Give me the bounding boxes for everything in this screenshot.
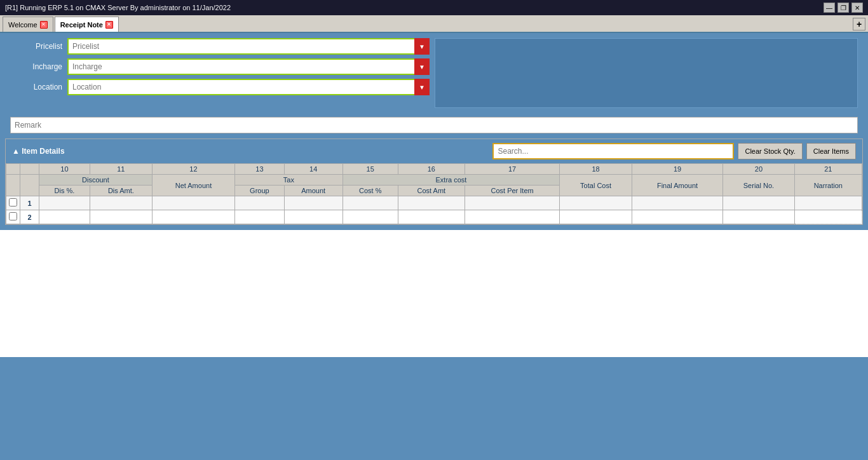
item-details-header: ▲ Item Details Clear Stock Qty. Clear It…: [6, 139, 862, 163]
search-input[interactable]: [492, 143, 734, 159]
row2-total-cost[interactable]: [560, 210, 632, 224]
row1-cost-pct[interactable]: [342, 196, 398, 210]
tab-receipt-note[interactable]: Receipt Note ✕: [55, 17, 119, 32]
incharge-wrapper: [67, 58, 430, 75]
row1-net-amount[interactable]: [152, 196, 234, 210]
table-row: 1: [6, 196, 862, 210]
form-left: Pricelist Incharge Location: [10, 38, 430, 108]
th-rownum: [20, 164, 39, 175]
th-col20: 20: [723, 164, 794, 175]
row2-cost-amt[interactable]: [398, 210, 465, 224]
row1-num: 1: [20, 196, 39, 210]
th-col16: 16: [398, 164, 465, 175]
th-col15: 15: [342, 164, 398, 175]
row1-tax-group[interactable]: [235, 196, 285, 210]
pricelist-input[interactable]: [67, 38, 430, 55]
pricelist-label: Pricelist: [10, 42, 67, 51]
title-text: [R1] Running ERP 5.1 on CMAX Server By a…: [5, 4, 231, 11]
row1-dis-amt[interactable]: [90, 196, 152, 210]
tab-welcome-close[interactable]: ✕: [40, 21, 48, 29]
th-col18: 18: [560, 164, 632, 175]
row2-cost-pct[interactable]: [342, 210, 398, 224]
row2-final-amount[interactable]: [632, 210, 722, 224]
item-details-section: ▲ Item Details Clear Stock Qty. Clear It…: [5, 139, 863, 225]
row2-tax-group[interactable]: [235, 210, 285, 224]
th-chk-span: [6, 175, 20, 196]
item-table-body: 1 2: [6, 196, 862, 224]
th-col14: 14: [284, 164, 342, 175]
remark-row: [10, 117, 858, 133]
main-content: Pricelist Incharge Location: [0, 33, 868, 460]
form-right: [435, 38, 858, 108]
group-headers-row: Discount Net Amount Tax Extra cost Total…: [6, 175, 862, 186]
title-bar: [R1] Running ERP 5.1 on CMAX Server By a…: [0, 0, 868, 15]
th-dis-pct: Dis %.: [39, 186, 90, 196]
th-cost-per-item: Cost Per Item: [465, 186, 559, 196]
th-col13: 13: [235, 164, 285, 175]
tab-receipt-note-close[interactable]: ✕: [105, 21, 113, 29]
th-cost-pct: Cost %: [342, 186, 398, 196]
empty-space: [0, 230, 868, 357]
row1-tax-amount[interactable]: [284, 196, 342, 210]
row2-dis-pct[interactable]: [39, 210, 90, 224]
th-netamount: Net Amount: [152, 175, 234, 196]
th-col12: 12: [152, 164, 234, 175]
title-bar-controls: — ❐ ✕: [824, 3, 863, 13]
th-col17: 17: [465, 164, 559, 175]
row2-checkbox[interactable]: [6, 210, 20, 224]
row2-net-amount[interactable]: [152, 210, 234, 224]
row1-dis-pct[interactable]: [39, 196, 90, 210]
location-input[interactable]: [67, 79, 430, 95]
th-narration: Narration: [794, 175, 862, 196]
row2-tax-amount[interactable]: [284, 210, 342, 224]
item-details-controls: Clear Stock Qty. Clear Items: [492, 143, 856, 159]
item-details-title-text: ▲ Item Details: [12, 147, 65, 156]
th-col21: 21: [794, 164, 862, 175]
tab-welcome-label: Welcome: [8, 21, 37, 29]
row1-total-cost[interactable]: [560, 196, 632, 210]
pricelist-row: Pricelist: [10, 38, 430, 55]
th-tax-group: Group: [235, 186, 285, 196]
location-label: Location: [10, 83, 67, 91]
pricelist-wrapper: [67, 38, 430, 55]
th-rnum-span: [20, 175, 39, 196]
row1-cost-per-item[interactable]: [465, 196, 559, 210]
th-tax-amount: Amount: [284, 186, 342, 196]
maximize-button[interactable]: ❐: [837, 3, 849, 13]
tab-welcome[interactable]: Welcome ✕: [3, 17, 53, 32]
remark-input[interactable]: [10, 117, 858, 133]
th-checkbox: [6, 164, 20, 175]
row1-serial-no[interactable]: [723, 196, 794, 210]
table-row: 2: [6, 210, 862, 224]
incharge-label: Incharge: [10, 62, 67, 71]
tab-add-button[interactable]: +: [853, 18, 865, 30]
incharge-input[interactable]: [67, 58, 430, 75]
column-numbers-row: 10 11 12 13 14 15 16 17 18 19 20 21: [6, 164, 862, 175]
th-serialno: Serial No.: [723, 175, 794, 196]
row2-cost-per-item[interactable]: [465, 210, 559, 224]
row1-checkbox[interactable]: [6, 196, 20, 210]
row2-serial-no[interactable]: [723, 210, 794, 224]
th-col11: 11: [90, 164, 152, 175]
row2-num: 2: [20, 210, 39, 224]
location-wrapper: [67, 79, 430, 95]
th-col10: 10: [39, 164, 90, 175]
clear-items-button[interactable]: Clear Items: [806, 143, 856, 159]
th-col19: 19: [632, 164, 722, 175]
clear-stock-qty-button[interactable]: Clear Stock Qty.: [738, 143, 802, 159]
row2-dis-amt[interactable]: [90, 210, 152, 224]
item-table: 10 11 12 13 14 15 16 17 18 19 20 21: [6, 163, 862, 224]
tab-bar: Welcome ✕ Receipt Note ✕ +: [0, 15, 868, 33]
th-discount-group: Discount: [39, 175, 153, 186]
minimize-button[interactable]: —: [824, 3, 835, 13]
th-cost-amt: Cost Amt: [398, 186, 465, 196]
location-row: Location: [10, 79, 430, 95]
row1-cost-amt[interactable]: [398, 196, 465, 210]
row1-narration[interactable]: [794, 196, 862, 210]
close-button[interactable]: ✕: [851, 3, 863, 13]
th-tax-group: Tax: [235, 175, 343, 186]
th-totalcost: Total Cost: [560, 175, 632, 196]
th-dis-amt: Dis Amt.: [90, 186, 152, 196]
row2-narration[interactable]: [794, 210, 862, 224]
row1-final-amount[interactable]: [632, 196, 722, 210]
